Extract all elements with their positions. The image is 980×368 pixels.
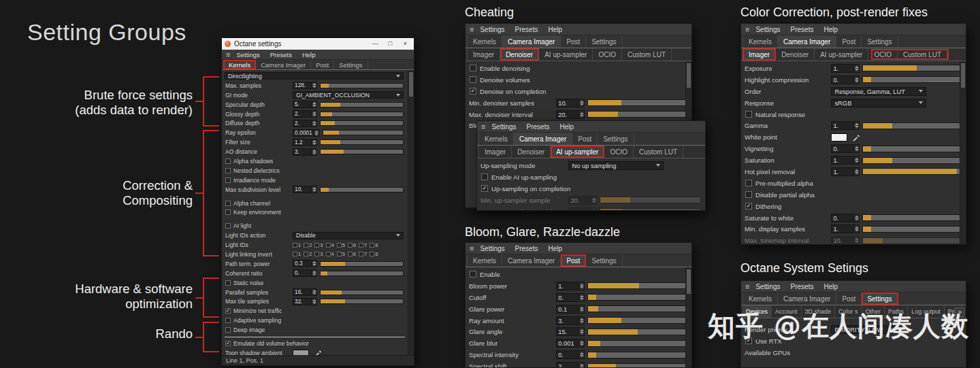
scrollbar-thumb[interactable] xyxy=(687,269,691,294)
stepper-down-icon[interactable] xyxy=(855,241,859,243)
slider[interactable] xyxy=(862,76,962,83)
number-input[interactable]: 10. xyxy=(293,186,317,193)
checkbox[interactable] xyxy=(745,180,752,186)
stepper[interactable] xyxy=(311,270,316,276)
tab-ai-up-sampler[interactable]: AI up-sampler xyxy=(551,146,604,158)
slider[interactable] xyxy=(600,197,701,203)
stepper-up-icon[interactable] xyxy=(855,158,859,160)
stepper-up-icon[interactable] xyxy=(855,123,859,125)
slider[interactable] xyxy=(600,208,701,210)
menu-icon[interactable]: ≡ xyxy=(481,122,485,131)
slider[interactable] xyxy=(320,102,404,107)
number-input[interactable]: 10. xyxy=(568,207,597,211)
tab-camera-imager[interactable]: Camera Imager xyxy=(502,35,561,48)
light-id-checkbox[interactable] xyxy=(348,252,353,256)
stepper-down-icon[interactable] xyxy=(312,105,316,107)
number-input[interactable]: 3. xyxy=(293,148,317,156)
tab-settings[interactable]: Settings xyxy=(862,35,898,48)
scrollbar-thumb[interactable] xyxy=(409,72,413,97)
checkbox[interactable] xyxy=(745,191,752,198)
number-input[interactable]: 0.1 xyxy=(556,305,585,314)
checkbox[interactable] xyxy=(225,158,231,164)
checkbox-checked[interactable]: ✓ xyxy=(225,341,231,346)
stepper-up-icon[interactable] xyxy=(855,238,859,240)
menu-item-help[interactable]: Help xyxy=(823,283,838,290)
checkbox[interactable] xyxy=(481,173,488,180)
number-input[interactable]: 1. xyxy=(831,64,860,73)
stepper[interactable] xyxy=(311,186,316,193)
checkbox-checked[interactable]: ✓ xyxy=(745,203,752,210)
stepper[interactable] xyxy=(578,294,584,301)
tab-camera-imager[interactable]: Camera Imager xyxy=(514,133,572,145)
checkbox[interactable] xyxy=(225,280,231,286)
number-input[interactable]: 0. xyxy=(831,76,860,84)
dropdown[interactable]: No up sampling xyxy=(568,161,664,170)
stepper-up-icon[interactable] xyxy=(580,101,584,103)
stepper-down-icon[interactable] xyxy=(312,143,316,145)
tab-ai-up-sampler[interactable]: AI up-sampler xyxy=(815,48,868,61)
slider[interactable] xyxy=(587,363,687,367)
stepper[interactable] xyxy=(853,214,859,222)
slider[interactable] xyxy=(862,122,962,129)
stepper[interactable] xyxy=(853,145,859,152)
stepper-down-icon[interactable] xyxy=(855,161,859,163)
window-titlebar[interactable]: Octane settings — □ × xyxy=(222,38,414,50)
stepper-down-icon[interactable] xyxy=(580,344,584,346)
tab-post[interactable]: Post xyxy=(836,35,862,48)
stepper-up-icon[interactable] xyxy=(855,66,859,68)
tab-settings[interactable]: Settings xyxy=(598,133,634,145)
tab-ocio[interactable]: OCIO xyxy=(604,146,634,158)
menu-item-presets[interactable]: Presets xyxy=(515,245,538,252)
number-input[interactable]: 20. xyxy=(568,196,597,205)
menu-item-settings[interactable]: Settings xyxy=(480,26,504,33)
tab-post[interactable]: Post xyxy=(561,254,586,267)
stepper-down-icon[interactable] xyxy=(314,133,318,135)
checkbox[interactable] xyxy=(225,223,231,229)
checkbox[interactable] xyxy=(745,111,752,118)
number-input[interactable]: 1.2 xyxy=(293,139,317,146)
tab-custom-lut[interactable]: Custom LUT xyxy=(634,146,683,158)
menu-item-presets[interactable]: Presets xyxy=(527,123,550,131)
stepper-up-icon[interactable] xyxy=(855,78,859,80)
slider[interactable] xyxy=(323,130,404,135)
slider[interactable] xyxy=(320,299,404,304)
checkbox-checked[interactable]: ✓ xyxy=(225,308,231,314)
stepper[interactable] xyxy=(853,168,859,175)
scrollbar[interactable] xyxy=(408,70,414,355)
menu-item-settings[interactable]: Settings xyxy=(755,283,780,290)
light-id-checkbox[interactable] xyxy=(326,252,331,256)
stepper-up-icon[interactable] xyxy=(312,150,316,152)
stepper-down-icon[interactable] xyxy=(855,172,859,174)
stepper[interactable] xyxy=(314,130,319,136)
tab-imager[interactable]: Imager xyxy=(467,48,500,61)
stepper-down-icon[interactable] xyxy=(580,115,584,117)
checkbox[interactable] xyxy=(225,168,231,173)
menu-item-help[interactable]: Help xyxy=(823,26,838,33)
slider[interactable] xyxy=(320,139,404,145)
stepper-up-icon[interactable] xyxy=(312,271,316,273)
stepper-up-icon[interactable] xyxy=(855,216,859,218)
stepper-down-icon[interactable] xyxy=(580,355,584,357)
slider[interactable] xyxy=(320,261,404,267)
stepper-down-icon[interactable] xyxy=(312,124,316,126)
light-id-checkbox[interactable] xyxy=(359,252,363,256)
light-id-checkbox[interactable] xyxy=(304,252,308,256)
stepper[interactable] xyxy=(311,120,316,127)
stepper-up-icon[interactable] xyxy=(312,121,316,123)
slider[interactable] xyxy=(587,282,687,289)
number-input[interactable]: 0.001 xyxy=(556,339,585,348)
slider[interactable] xyxy=(587,352,687,358)
stepper[interactable] xyxy=(578,351,584,358)
stepper[interactable] xyxy=(311,101,316,107)
stepper-down-icon[interactable] xyxy=(855,126,859,128)
stepper-down-icon[interactable] xyxy=(580,298,584,300)
stepper-up-icon[interactable] xyxy=(312,112,316,114)
stepper-up-icon[interactable] xyxy=(580,295,584,297)
tab-settings[interactable]: Settings xyxy=(586,35,622,48)
stepper[interactable] xyxy=(578,328,584,335)
number-input[interactable]: 0. xyxy=(293,269,317,277)
stepper-down-icon[interactable] xyxy=(312,273,316,275)
light-id-checkbox[interactable] xyxy=(293,243,297,248)
stepper-up-icon[interactable] xyxy=(312,299,316,301)
menu-item-help[interactable]: Help xyxy=(302,51,316,58)
